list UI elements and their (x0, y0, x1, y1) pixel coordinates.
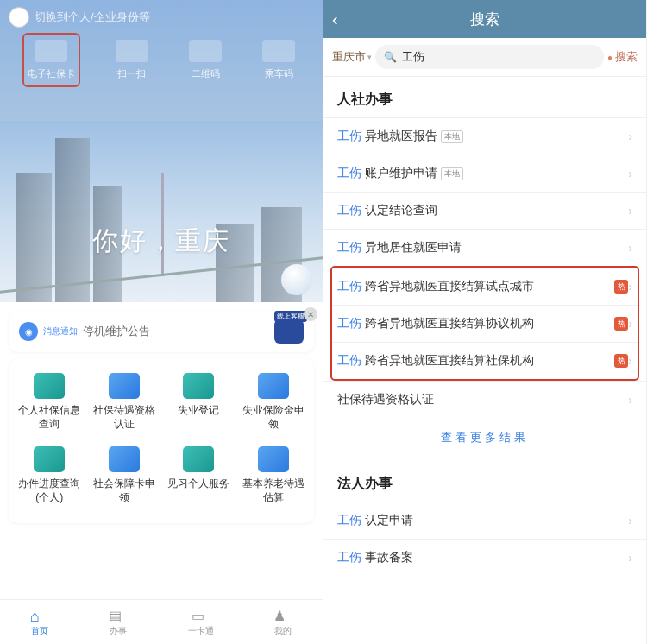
chevron-right-icon: › (628, 514, 632, 527)
hot-badge: 热 (614, 354, 628, 368)
megaphone-icon (19, 322, 38, 341)
quick-qr[interactable]: 二维码 (185, 35, 225, 85)
tab-card[interactable]: 一卡通 (188, 608, 214, 637)
avatar[interactable] (9, 7, 29, 28)
search-screen: ‹ 搜索 重庆市 🔍 工伤 搜索 人社办事 工伤异地就医报告本地 › 工伤账户维… (324, 0, 647, 644)
id-verify-icon (109, 373, 140, 399)
chevron-right-icon: › (628, 393, 632, 407)
svc-social-card-apply[interactable]: 社会保障卡申领 (90, 446, 159, 504)
quick-label: 电子社保卡 (28, 67, 75, 80)
progress-icon (34, 446, 65, 472)
chevron-right-icon: › (628, 204, 632, 218)
hands-icon (109, 446, 140, 472)
home-screen: 切换到个人/企业身份等 电子社保卡 扫一扫 二维码 乘车码 (0, 0, 324, 644)
search-button[interactable]: 搜索 (607, 49, 638, 65)
search-input[interactable]: 🔍 工伤 (375, 45, 604, 69)
local-badge: 本地 (441, 130, 463, 143)
user-icon (273, 608, 292, 623)
local-badge: 本地 (441, 167, 463, 180)
result-item[interactable]: 工伤认定申请 › (324, 502, 646, 539)
card-icon (192, 608, 210, 623)
scan-icon (116, 40, 148, 62)
qr-icon (189, 40, 222, 62)
svc-unemployment-register[interactable]: 失业登记 (164, 373, 233, 431)
back-icon[interactable]: ‹ (332, 9, 338, 29)
chevron-right-icon: › (628, 241, 632, 255)
quick-transit[interactable]: 乘车码 (259, 35, 298, 85)
quick-scan[interactable]: 扫一扫 (112, 35, 152, 85)
city-illustration: 你好，重庆 (0, 121, 323, 302)
services-grid: 个人社保信息查询 社保待遇资格认证 失业登记 失业保险金申领 办件进度查询(个人… (9, 359, 314, 523)
svc-unemployment-claim[interactable]: 失业保险金申领 (239, 373, 308, 431)
svc-personal-insurance-info[interactable]: 个人社保信息查询 (15, 373, 84, 431)
result-item[interactable]: 工伤跨省异地就医直接结算试点城市 热› (332, 268, 638, 305)
customer-service-icon[interactable]: 线上客服 (274, 319, 304, 344)
notice-tag: 消息通知 (43, 327, 78, 336)
svc-internship[interactable]: 见习个人服务 (164, 446, 233, 504)
hot-badge: 热 (614, 280, 628, 294)
tab-me[interactable]: 我的 (273, 608, 292, 637)
quick-label: 二维码 (192, 67, 220, 80)
doc-icon (109, 608, 128, 623)
svc-eligibility-verify[interactable]: 社保待遇资格认证 (90, 373, 159, 431)
result-item[interactable]: 工伤跨省异地就医直接结算协议机构 热› (332, 305, 638, 342)
briefcase-icon (258, 373, 289, 399)
chevron-right-icon: › (628, 551, 632, 565)
section-corporate: 法人办事 (324, 461, 646, 502)
quick-social-card[interactable]: 电子社保卡 (24, 35, 79, 85)
result-item[interactable]: 工伤异地就医报告本地 › (324, 117, 646, 155)
calculator-icon (258, 446, 289, 472)
search-query: 工伤 (402, 49, 424, 65)
result-item[interactable]: 工伤事故备案 › (324, 539, 646, 576)
user-bar: 切换到个人/企业身份等 (9, 7, 150, 28)
quick-label: 乘车码 (265, 67, 293, 80)
hero-banner: 切换到个人/企业身份等 电子社保卡 扫一扫 二维码 乘车码 (0, 0, 323, 302)
svc-case-progress[interactable]: 办件进度查询(个人) (15, 446, 84, 504)
search-bar: 重庆市 🔍 工伤 搜索 (324, 38, 646, 77)
city-selector[interactable]: 重庆市 (332, 49, 372, 65)
home-icon (30, 608, 49, 623)
result-item[interactable]: 社保待遇资格认证 › (324, 381, 646, 418)
search-header: ‹ 搜索 (324, 0, 646, 38)
result-item[interactable]: 工伤异地居住就医申请 › (324, 229, 646, 266)
result-item[interactable]: 工伤跨省异地就医直接结算社保机构 热› (332, 342, 638, 379)
greeting-text: 你好，重庆 (92, 224, 230, 259)
chevron-right-icon: › (628, 280, 632, 294)
notice-text: 停机维护公告 (83, 324, 150, 339)
header-title: 搜索 (470, 9, 499, 29)
chevron-right-icon: › (628, 129, 632, 143)
highlighted-results-group: 工伤跨省异地就医直接结算试点城市 热› 工伤跨省异地就医直接结算协议机构 热› … (332, 268, 638, 379)
section-personal: 人社办事 (324, 77, 646, 117)
chevron-right-icon: › (628, 354, 632, 368)
search-icon: 🔍 (384, 51, 397, 63)
kefu-label: 线上客服 (274, 311, 307, 322)
person-check-icon (34, 373, 65, 399)
close-icon[interactable]: ✕ (304, 307, 317, 321)
chevron-right-icon: › (628, 167, 632, 180)
quick-label: 扫一扫 (117, 67, 146, 80)
transit-icon (262, 40, 295, 62)
card-icon (35, 40, 67, 62)
chevron-right-icon: › (628, 317, 632, 331)
svc-pension-estimate[interactable]: 基本养老待遇估算 (239, 446, 308, 504)
result-item[interactable]: 工伤账户维护申请本地 › (324, 155, 646, 192)
user-label: 切换到个人/企业身份等 (35, 9, 150, 25)
doc-list-icon (183, 373, 214, 399)
person-icon (183, 446, 214, 472)
tab-services[interactable]: 办事 (109, 608, 128, 637)
notice-bar[interactable]: 消息通知 停机维护公告 线上客服 ✕ (9, 311, 314, 352)
hot-badge: 热 (614, 317, 628, 331)
see-more-link[interactable]: 查看更多结果 (324, 418, 646, 461)
result-item[interactable]: 工伤认定结论查询 › (324, 192, 646, 229)
tab-home[interactable]: 首页 (30, 608, 49, 637)
assistant-robot-icon[interactable] (281, 264, 312, 295)
bottom-tab-bar: 首页 办事 一卡通 我的 (0, 599, 323, 644)
quick-shortcut-row: 电子社保卡 扫一扫 二维码 乘车码 (0, 35, 323, 85)
